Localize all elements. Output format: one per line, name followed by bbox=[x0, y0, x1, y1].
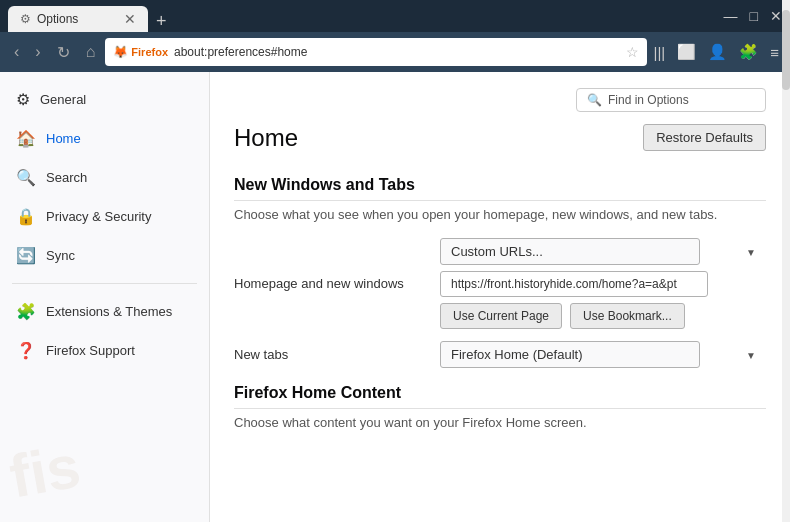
refresh-button[interactable]: ↻ bbox=[51, 39, 76, 66]
firefox-home-content-title: Firefox Home Content bbox=[234, 384, 766, 409]
sidebar-item-label-extensions: Extensions & Themes bbox=[46, 304, 172, 319]
sidebar-item-support[interactable]: ❓ Firefox Support bbox=[0, 331, 209, 370]
homepage-controls: Custom URLs... ▼ Use Current Page Use Bo… bbox=[440, 238, 766, 329]
nav-bar: ‹ › ↻ ⌂ Firefox about:preferences#home ☆… bbox=[0, 32, 790, 72]
tab-close-button[interactable]: ✕ bbox=[124, 11, 136, 27]
scrollbar-thumb[interactable] bbox=[782, 10, 790, 90]
privacy-icon: 🔒 bbox=[16, 207, 36, 226]
sidebar-item-search[interactable]: 🔍 Search bbox=[0, 158, 209, 197]
sidebar-item-home[interactable]: 🏠 Home bbox=[0, 119, 209, 158]
find-in-options-input[interactable]: 🔍 Find in Options bbox=[576, 88, 766, 112]
search-icon: 🔍 bbox=[16, 168, 36, 187]
forward-button[interactable]: › bbox=[29, 39, 46, 65]
find-search-icon: 🔍 bbox=[587, 93, 602, 107]
address-text: about:preferences#home bbox=[174, 45, 620, 59]
new-tab-button[interactable]: + bbox=[152, 11, 171, 32]
sidebar-item-privacy[interactable]: 🔒 Privacy & Security bbox=[0, 197, 209, 236]
library-icon[interactable]: ||| bbox=[651, 41, 669, 64]
newtabs-select-wrap: Firefox Home (Default) ▼ bbox=[440, 341, 766, 368]
home-button[interactable]: ⌂ bbox=[80, 39, 102, 65]
tab-area: ⚙ Options ✕ + bbox=[8, 0, 171, 32]
homepage-url-input[interactable] bbox=[440, 271, 708, 297]
use-current-page-button[interactable]: Use Current Page bbox=[440, 303, 562, 329]
new-tabs-label: New tabs bbox=[234, 347, 424, 362]
homepage-select[interactable]: Custom URLs... bbox=[440, 238, 700, 265]
sidebar: fis ⚙ General 🏠 Home 🔍 Search 🔒 Privacy … bbox=[0, 72, 210, 522]
sidebar-item-label-support: Firefox Support bbox=[46, 343, 135, 358]
back-button[interactable]: ‹ bbox=[8, 39, 25, 65]
home-icon: 🏠 bbox=[16, 129, 36, 148]
general-icon: ⚙ bbox=[16, 90, 30, 109]
synced-tabs-icon[interactable]: ⬜ bbox=[674, 40, 699, 64]
bookmark-star-button[interactable]: ☆ bbox=[626, 44, 639, 60]
sidebar-item-label-home: Home bbox=[46, 131, 81, 146]
support-icon: ❓ bbox=[16, 341, 36, 360]
tab-label: Options bbox=[37, 12, 78, 26]
homepage-label: Homepage and new windows bbox=[234, 276, 424, 291]
find-in-options-label: Find in Options bbox=[608, 93, 689, 107]
watermark: fis bbox=[5, 436, 84, 507]
browser-name: Firefox bbox=[131, 46, 168, 58]
sidebar-item-sync[interactable]: 🔄 Sync bbox=[0, 236, 209, 275]
address-bar[interactable]: Firefox about:preferences#home ☆ bbox=[105, 38, 646, 66]
new-windows-tabs-desc: Choose what you see when you open your h… bbox=[234, 207, 766, 222]
window-controls: — □ ✕ bbox=[724, 8, 782, 24]
extensions-icon[interactable]: 🧩 bbox=[736, 40, 761, 64]
select-arrow-icon: ▼ bbox=[746, 246, 756, 257]
sidebar-item-label-privacy: Privacy & Security bbox=[46, 209, 151, 224]
menu-icon[interactable]: ≡ bbox=[767, 41, 782, 64]
options-tab[interactable]: ⚙ Options ✕ bbox=[8, 6, 148, 32]
account-icon[interactable]: 👤 bbox=[705, 40, 730, 64]
new-windows-tabs-title: New Windows and Tabs bbox=[234, 176, 766, 201]
content-header: Home Restore Defaults bbox=[234, 124, 766, 156]
sidebar-item-label-general: General bbox=[40, 92, 86, 107]
search-options-wrap: 🔍 Find in Options bbox=[234, 88, 766, 112]
title-bar: ⚙ Options ✕ + — □ ✕ bbox=[0, 0, 790, 32]
extensions-nav-icon: 🧩 bbox=[16, 302, 36, 321]
use-bookmark-button[interactable]: Use Bookmark... bbox=[570, 303, 685, 329]
homepage-row: Homepage and new windows Custom URLs... … bbox=[234, 238, 766, 329]
new-tabs-controls: Firefox Home (Default) ▼ bbox=[440, 341, 766, 368]
sync-icon: 🔄 bbox=[16, 246, 36, 265]
sidebar-item-general[interactable]: ⚙ General bbox=[0, 80, 209, 119]
tab-icon: ⚙ bbox=[20, 12, 31, 26]
newtabs-select-arrow-icon: ▼ bbox=[746, 349, 756, 360]
sidebar-divider bbox=[12, 283, 197, 284]
sidebar-item-label-search: Search bbox=[46, 170, 87, 185]
homepage-select-wrap: Custom URLs... ▼ bbox=[440, 238, 766, 265]
sidebar-item-label-sync: Sync bbox=[46, 248, 75, 263]
homepage-btn-row: Use Current Page Use Bookmark... bbox=[440, 303, 766, 329]
nav-icons: ||| ⬜ 👤 🧩 ≡ bbox=[651, 40, 782, 64]
sidebar-item-extensions[interactable]: 🧩 Extensions & Themes bbox=[0, 292, 209, 331]
firefox-badge: Firefox bbox=[113, 45, 168, 59]
new-tabs-row: New tabs Firefox Home (Default) ▼ bbox=[234, 341, 766, 368]
newtabs-select[interactable]: Firefox Home (Default) bbox=[440, 341, 700, 368]
close-window-button[interactable]: ✕ bbox=[770, 8, 782, 24]
firefox-home-content-desc: Choose what content you want on your Fir… bbox=[234, 415, 766, 430]
content-area: 🔍 Find in Options Home Restore Defaults … bbox=[210, 72, 790, 522]
restore-defaults-button[interactable]: Restore Defaults bbox=[643, 124, 766, 151]
main-layout: fis ⚙ General 🏠 Home 🔍 Search 🔒 Privacy … bbox=[0, 72, 790, 522]
minimize-button[interactable]: — bbox=[724, 8, 738, 24]
page-title: Home bbox=[234, 124, 298, 152]
maximize-button[interactable]: □ bbox=[750, 8, 758, 24]
scrollbar-track bbox=[782, 0, 790, 522]
